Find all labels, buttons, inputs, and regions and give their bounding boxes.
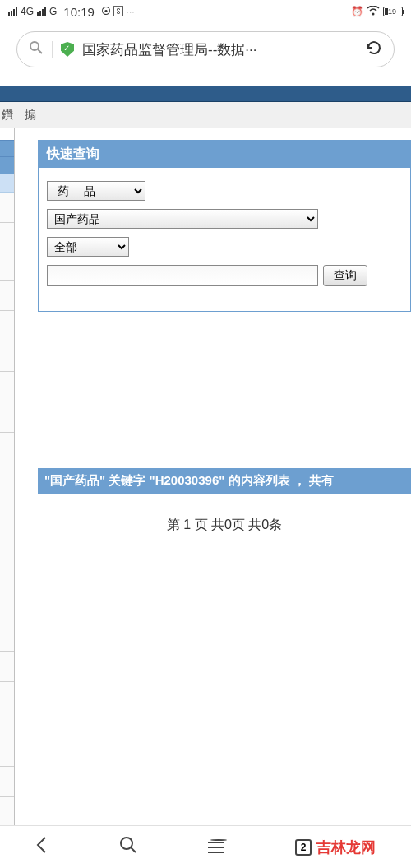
page-title: 国家药品监督管理局--数据··· bbox=[82, 40, 358, 59]
svg-point-3 bbox=[121, 838, 132, 849]
sidebar-header-2 bbox=[0, 157, 14, 174]
search-icon bbox=[29, 40, 44, 59]
divider bbox=[52, 41, 53, 58]
address-bar-container: 国家药品监督管理局--数据··· bbox=[0, 23, 411, 76]
wifi-icon bbox=[367, 6, 380, 18]
status-time: 10:19 bbox=[63, 5, 95, 19]
sidebar-item-selected[interactable] bbox=[0, 174, 14, 192]
type-select[interactable]: 药品 bbox=[47, 181, 145, 201]
sidebar-item[interactable] bbox=[0, 402, 14, 433]
tab-count: 2 bbox=[301, 842, 307, 853]
breadcrumb: 鑽 搧 bbox=[0, 102, 411, 128]
sidebar-item[interactable] bbox=[0, 433, 14, 652]
sidebar-header bbox=[0, 140, 14, 157]
brand-label[interactable]: 吉林龙网 bbox=[316, 838, 376, 857]
category-select[interactable]: 国产药品 bbox=[47, 209, 318, 229]
header-blue-bar bbox=[0, 86, 411, 102]
notification-dot bbox=[210, 839, 227, 841]
signal-icon-2 bbox=[37, 7, 46, 16]
sidebar-item[interactable] bbox=[0, 281, 14, 311]
sidebar-item[interactable] bbox=[0, 311, 14, 341]
sidebar-item[interactable] bbox=[0, 372, 14, 402]
battery-percent: 19 bbox=[388, 7, 396, 16]
status-bar: 4G G 10:19 ⦿ 🅂 ··· ⏰ 19 bbox=[0, 0, 411, 23]
search-button[interactable]: 查询 bbox=[323, 265, 367, 286]
sidebar-item[interactable] bbox=[0, 682, 14, 767]
svg-point-1 bbox=[30, 42, 39, 50]
refresh-icon[interactable] bbox=[366, 39, 382, 60]
sidebar-item[interactable] bbox=[0, 767, 14, 797]
menu-icon[interactable] bbox=[208, 842, 224, 853]
results-header: "国产药品" 关键字 "H20030396" 的内容列表 ， 共有 bbox=[38, 468, 411, 494]
search-nav-icon[interactable] bbox=[119, 836, 137, 859]
bottom-nav: 2 吉林龙网 bbox=[0, 825, 411, 868]
status-mid-icons: ⦿ 🅂 ··· bbox=[101, 6, 135, 17]
page-content: 鑽 搧 快速查询 bbox=[0, 76, 411, 833]
search-input[interactable] bbox=[47, 265, 318, 286]
status-left: 4G G 10:19 ⦿ 🅂 ··· bbox=[8, 5, 135, 19]
back-icon[interactable] bbox=[35, 836, 48, 859]
signal-icon bbox=[8, 7, 17, 16]
breadcrumb-item[interactable]: 搧 bbox=[25, 108, 36, 123]
sidebar-item[interactable] bbox=[0, 797, 14, 828]
network-sub: G bbox=[49, 6, 57, 17]
svg-line-4 bbox=[131, 847, 136, 852]
tabs-icon[interactable]: 2 bbox=[295, 839, 312, 856]
battery-icon: 19 bbox=[383, 7, 403, 16]
network-type: 4G bbox=[21, 6, 34, 17]
sidebar-item[interactable] bbox=[0, 341, 14, 372]
scope-select[interactable]: 全部 bbox=[47, 237, 129, 257]
sidebar-item[interactable] bbox=[0, 652, 14, 682]
alarm-icon: ⏰ bbox=[351, 6, 363, 17]
shield-icon bbox=[61, 42, 74, 57]
panel-title: 快速查询 bbox=[39, 141, 410, 168]
sidebar-item[interactable] bbox=[0, 223, 14, 281]
breadcrumb-item[interactable]: 鑽 bbox=[2, 108, 13, 123]
svg-line-2 bbox=[38, 49, 42, 53]
svg-point-0 bbox=[372, 12, 375, 15]
sidebar-item[interactable] bbox=[0, 193, 14, 223]
address-bar[interactable]: 国家药品监督管理局--数据··· bbox=[16, 31, 395, 67]
left-sidebar bbox=[0, 128, 15, 828]
status-right: ⏰ 19 bbox=[351, 6, 403, 18]
quick-search-panel: 快速查询 药品 国产药品 全部 bbox=[38, 140, 411, 312]
pagination-text: 第 1 页 共0页 共0条 bbox=[38, 517, 411, 534]
